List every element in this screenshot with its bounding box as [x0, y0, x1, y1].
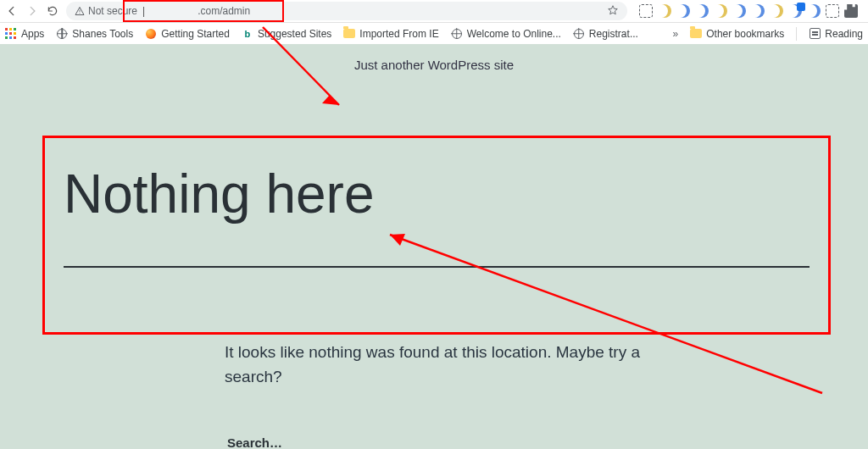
bookmark-label: Other bookmarks	[706, 28, 784, 40]
ext-icon[interactable]	[770, 4, 783, 18]
bookmark-item[interactable]: b Suggested Sites	[242, 28, 331, 40]
bookmarks-bar: Apps Shanes Tools Getting Started b Sugg…	[0, 22, 868, 44]
bookmark-item[interactable]: Shanes Tools	[56, 28, 133, 40]
bookmark-label: Welcome to Online...	[467, 28, 561, 40]
not-found-message: It looks like nothing was found at this …	[225, 341, 665, 389]
svg-marker-3	[322, 95, 339, 105]
bookmark-folder[interactable]: Imported From IE	[343, 28, 438, 40]
address-bar[interactable]: Not secure | .com/admin	[66, 2, 627, 20]
bookmark-star-icon[interactable]	[607, 4, 619, 19]
bookmark-overflow[interactable]: »	[673, 28, 679, 40]
reload-button[interactable]	[46, 4, 59, 18]
ext-icon[interactable]	[732, 4, 746, 18]
bookmark-label: Suggested Sites	[258, 28, 331, 40]
bookmark-folder[interactable]: Other bookmarks	[690, 28, 784, 40]
svg-rect-1	[80, 10, 81, 13]
svg-point-0	[80, 13, 81, 14]
bookmark-item[interactable]: Welcome to Online...	[451, 28, 561, 40]
reading-list-button[interactable]: Reading	[809, 28, 863, 40]
not-secure-indicator[interactable]: Not secure	[75, 5, 137, 17]
bookmark-item[interactable]: Getting Started	[145, 28, 230, 40]
ext-icon-badge[interactable]	[788, 4, 802, 18]
not-secure-label: Not secure	[88, 5, 137, 17]
bookmark-label: Imported From IE	[359, 28, 438, 40]
extension-icons	[634, 4, 863, 18]
bookmark-item[interactable]: Registrat...	[573, 28, 638, 40]
page-content: Just another WordPress site Nothing here…	[0, 44, 868, 449]
url-path: .com/admin	[198, 5, 250, 17]
browser-chrome: Not secure | .com/admin App	[0, 0, 868, 44]
horizontal-rule	[64, 266, 810, 268]
apps-button[interactable]: Apps	[5, 28, 44, 40]
site-tagline: Just another WordPress site	[0, 44, 868, 72]
extensions-button[interactable]	[844, 4, 858, 18]
separator	[796, 27, 797, 41]
search-label: Search…	[227, 435, 282, 449]
bookmark-label: Shanes Tools	[72, 28, 133, 40]
bookmark-label: Getting Started	[161, 28, 230, 40]
apps-label: Apps	[21, 28, 44, 40]
ext-icon[interactable]	[695, 4, 709, 18]
back-button[interactable]	[5, 4, 19, 18]
reading-list-label: Reading	[825, 28, 863, 40]
ext-icon[interactable]	[658, 4, 671, 18]
ext-icon[interactable]	[826, 4, 839, 18]
ext-icon[interactable]	[676, 4, 690, 18]
ext-icon[interactable]	[714, 4, 727, 18]
page-title: Nothing here	[64, 163, 374, 225]
ext-icon[interactable]	[751, 4, 765, 18]
toolbar: Not secure | .com/admin	[0, 0, 868, 22]
ext-icon[interactable]	[807, 4, 821, 18]
ext-icon[interactable]	[639, 4, 653, 18]
url-separator: |	[142, 5, 145, 17]
svg-marker-5	[390, 234, 405, 246]
bookmark-label: Registrat...	[589, 28, 638, 40]
forward-button[interactable]	[25, 4, 39, 18]
